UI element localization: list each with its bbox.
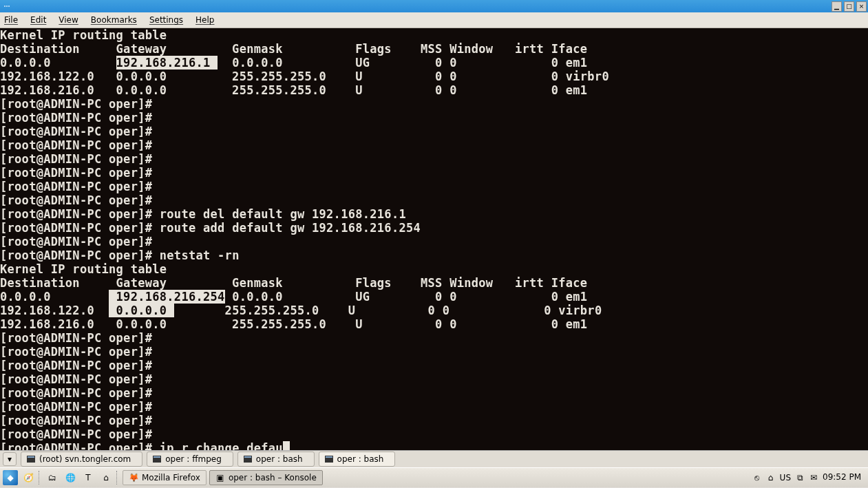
- terminal-icon: [244, 456, 252, 463]
- rt2-row0-gateway-highlight: 192.168.216.254: [109, 290, 225, 304]
- prompt-empty: [root@ADMIN-PC oper]#: [0, 125, 152, 138]
- prompt-empty: [root@ADMIN-PC oper]#: [0, 152, 152, 166]
- quick-launch-icon[interactable]: ⌂: [98, 470, 114, 485]
- kde-launcher-icon[interactable]: ◆: [3, 470, 18, 485]
- menu-edit[interactable]: Edit: [30, 15, 46, 25]
- prompt-empty: [root@ADMIN-PC oper]#: [0, 193, 152, 207]
- rt2-row2: 192.168.216.0 0.0.0.0 255.255.255.0 U 0 …: [0, 317, 587, 331]
- show-desktop-icon[interactable]: 🧭: [21, 470, 36, 485]
- rt-columns2: Destination Gateway Genmask Flags MSS Wi…: [0, 276, 587, 290]
- terminal-tab-bash2[interactable]: oper : bash: [319, 452, 396, 467]
- quick-launch-icon[interactable]: T: [81, 470, 96, 485]
- system-tray: ⎋ ⌂ US ⧉ ✉ 09:52 PM: [748, 473, 865, 482]
- rt2-row0b: 0.0.0.0 UG 0 0 0 em1: [225, 290, 588, 304]
- prompt-empty: [root@ADMIN-PC oper]#: [0, 331, 152, 345]
- prompt: [root@ADMIN-PC oper]#: [0, 441, 152, 450]
- rt1-row2: 192.168.216.0 0.0.0.0 255.255.255.0 U 0 …: [0, 83, 587, 97]
- menu-help[interactable]: Help: [195, 15, 214, 25]
- menu-bookmarks[interactable]: Bookmarks: [91, 15, 137, 25]
- tab-label: oper : ffmpeg: [165, 454, 222, 464]
- tab-label: oper : bash: [256, 454, 303, 464]
- rt-header: Kernel IP routing table: [0, 28, 167, 42]
- new-tab-button[interactable]: ▾: [3, 452, 17, 466]
- quick-launch-icon[interactable]: 🌐: [63, 470, 78, 485]
- tray-icon[interactable]: ⎋: [752, 473, 762, 482]
- menu-view[interactable]: View: [59, 15, 78, 25]
- keyboard-layout-indicator[interactable]: US: [780, 473, 791, 482]
- cmd-route-add: route add default gw 192.168.216.254: [160, 221, 421, 235]
- prompt-empty: [root@ADMIN-PC oper]#: [0, 372, 152, 386]
- terminal-icon: [153, 456, 161, 463]
- quick-launch-icon[interactable]: 🗂: [45, 470, 60, 485]
- rt2-row1a: 192.168.122.0: [0, 304, 109, 317]
- cmd-route-del: route del default gw 192.168.216.1: [160, 207, 406, 221]
- tray-icon[interactable]: ⧉: [795, 473, 805, 482]
- task-label: oper : bash – Konsole: [229, 473, 317, 482]
- titlebar-grip-icon: [4, 6, 10, 7]
- rt1-row0-gateway-highlight: 192.168.216.1: [116, 56, 218, 70]
- terminal-tab-bash1[interactable]: oper : bash: [237, 452, 315, 467]
- tray-icon[interactable]: ✉: [809, 473, 818, 482]
- prompt-empty: [root@ADMIN-PC oper]#: [0, 180, 152, 193]
- menu-settings[interactable]: Settings: [149, 15, 183, 25]
- task-label: Mozilla Firefox: [142, 473, 200, 482]
- rt-columns: Destination Gateway Genmask Flags MSS Wi…: [0, 42, 587, 56]
- taskbar-separator: [116, 471, 120, 485]
- prompt-empty: [root@ADMIN-PC oper]#: [0, 345, 152, 359]
- tab-label: (root) svn.tongler.com: [39, 454, 131, 464]
- prompt: [root@ADMIN-PC oper]#: [0, 207, 152, 221]
- tray-icon[interactable]: ⌂: [766, 473, 776, 482]
- taskbar-separator: [39, 471, 42, 485]
- prompt: [root@ADMIN-PC oper]#: [0, 221, 152, 235]
- taskbar-clock[interactable]: 09:52 PM: [823, 473, 861, 482]
- terminal-icon: [325, 456, 333, 463]
- rt2-row0a: 0.0.0.0: [0, 290, 109, 304]
- menubar: File Edit View Bookmarks Settings Help: [0, 12, 868, 28]
- firefox-icon: 🦊: [129, 473, 138, 482]
- menu-file[interactable]: File: [4, 15, 18, 25]
- terminal-cursor: [283, 441, 290, 450]
- prompt: [root@ADMIN-PC oper]#: [0, 248, 152, 262]
- rt-header2: Kernel IP routing table: [0, 262, 167, 276]
- prompt-empty: [root@ADMIN-PC oper]#: [0, 427, 152, 441]
- clock-time: 09:52 PM: [823, 473, 861, 482]
- taskbar: ◆ 🧭 🗂 🌐 T ⌂ 🦊 Mozilla Firefox ▣ oper : b…: [0, 467, 868, 487]
- rt1-row0b: 0.0.0.0 UG 0 0 0 em1: [218, 56, 587, 70]
- close-button[interactable]: ×: [856, 1, 867, 12]
- prompt-empty: [root@ADMIN-PC oper]#: [0, 138, 152, 152]
- cmd-ip-change: ip r change defau: [160, 441, 283, 450]
- plus-icon: ▾: [8, 454, 12, 464]
- maximize-button[interactable]: □: [844, 1, 854, 12]
- prompt-empty: [root@ADMIN-PC oper]#: [0, 400, 152, 414]
- cmd-netstat: netstat -rn: [160, 248, 240, 262]
- prompt-empty: [root@ADMIN-PC oper]#: [0, 166, 152, 180]
- tab-label: oper : bash: [337, 454, 384, 464]
- terminal-tab-svn[interactable]: (root) svn.tongler.com: [21, 452, 142, 467]
- terminal-icon: ▣: [215, 473, 225, 482]
- terminal-tabbar: ▾ (root) svn.tongler.com oper : ffmpeg o…: [0, 450, 868, 467]
- rt1-row0a: 0.0.0.0: [0, 56, 116, 70]
- rt1-row1: 192.168.122.0 0.0.0.0 255.255.255.0 U 0 …: [0, 70, 609, 83]
- rt2-row1-gateway-highlight: 0.0.0.0: [109, 304, 174, 317]
- rt2-row1b: 255.255.255.0 U 0 0 0 virbr0: [174, 304, 602, 317]
- terminal-icon: [27, 456, 35, 463]
- task-firefox[interactable]: 🦊 Mozilla Firefox: [123, 470, 207, 485]
- prompt-empty: [root@ADMIN-PC oper]#: [0, 386, 152, 400]
- terminal-output[interactable]: Kernel IP routing table Destination Gate…: [0, 28, 868, 450]
- minimize-button[interactable]: ▁: [832, 1, 842, 12]
- prompt-empty: [root@ADMIN-PC oper]#: [0, 414, 152, 427]
- task-konsole[interactable]: ▣ oper : bash – Konsole: [209, 470, 323, 485]
- window-titlebar: ▁ □ ×: [0, 0, 868, 12]
- prompt-empty: [root@ADMIN-PC oper]#: [0, 111, 152, 125]
- terminal-tab-ffmpeg[interactable]: oper : ffmpeg: [147, 452, 233, 467]
- prompt-empty: [root@ADMIN-PC oper]#: [0, 235, 152, 248]
- prompt-empty: [root@ADMIN-PC oper]#: [0, 359, 152, 372]
- prompt-empty: [root@ADMIN-PC oper]#: [0, 97, 152, 111]
